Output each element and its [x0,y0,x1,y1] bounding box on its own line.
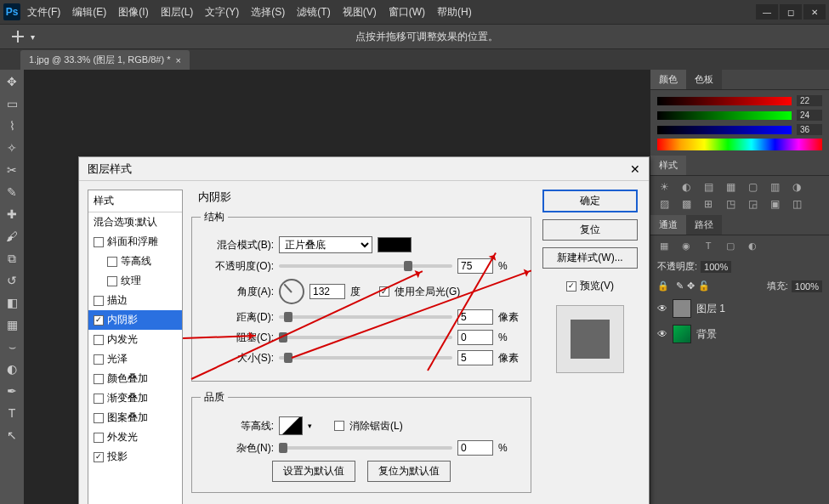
opacity-value[interactable]: 100% [701,261,731,273]
reset-default-button[interactable]: 复位为默认值 [367,461,451,482]
r-value[interactable]: 22 [797,95,822,106]
menu-image[interactable]: 图像(I) [118,5,148,20]
opacity-slider[interactable] [279,264,452,268]
eye-icon[interactable]: 👁 [657,328,667,340]
reset-button[interactable]: 复位 [542,219,638,241]
texture-item[interactable]: 纹理 [88,271,182,291]
blur-tool[interactable]: ⌣ [3,338,21,355]
eye-icon[interactable]: 👁 [657,303,667,314]
pattern-overlay-item[interactable]: 图案叠加 [88,408,182,428]
noise-slider[interactable] [279,446,452,450]
drop-shadow-item[interactable]: 投影 [88,447,182,467]
checkbox[interactable] [94,296,104,306]
checkbox[interactable] [94,413,104,423]
antialias-checkbox[interactable] [334,421,344,431]
layer-row[interactable]: 👁 背景 [650,321,829,347]
layer-filter-icon[interactable]: ◐ [744,241,761,252]
color-panel-tab[interactable]: 颜色 [650,70,686,89]
choke-input[interactable] [457,330,493,345]
adj-icon[interactable]: ▨ [656,198,673,210]
adj-icon[interactable]: ▣ [766,198,783,210]
layer-name[interactable]: 背景 [696,327,717,342]
menu-layer[interactable]: 图层(L) [161,5,194,20]
preview-checkbox[interactable] [566,281,576,292]
minimize-button[interactable]: — [756,4,778,20]
layer-row[interactable]: 👁 图层 1 [650,296,829,321]
menu-filter[interactable]: 滤镜(T) [297,5,330,20]
checkbox[interactable] [94,335,104,345]
wand-tool[interactable]: ✧ [3,139,21,156]
maximize-button[interactable]: ◻ [780,4,802,20]
adj-icon[interactable]: ◳ [722,198,739,210]
g-value[interactable]: 24 [797,110,822,121]
outer-glow-item[interactable]: 外发光 [88,428,182,447]
swatches-panel-tab[interactable]: 色板 [686,70,722,89]
gradient-overlay-item[interactable]: 渐变叠加 [88,388,182,408]
satin-item[interactable]: 光泽 [88,349,182,369]
close-icon[interactable]: ✕ [630,162,640,176]
distance-input[interactable] [457,309,493,325]
set-default-button[interactable]: 设置为默认值 [272,461,355,482]
checkbox[interactable] [94,394,104,404]
eraser-tool[interactable]: ◧ [3,294,21,311]
checkbox[interactable] [107,257,117,267]
angle-dial[interactable] [279,279,304,304]
path-select-tool[interactable]: ↖ [3,427,21,444]
color-overlay-item[interactable]: 颜色叠加 [88,369,182,388]
channels-panel-tab[interactable]: 通道 [650,215,686,235]
adj-icon[interactable]: ⊞ [700,198,717,210]
menu-type[interactable]: 文字(Y) [205,5,239,20]
adj-icon[interactable]: ▩ [678,198,695,210]
menu-file[interactable]: 文件(F) [27,5,60,20]
fill-value[interactable]: 100% [792,280,822,292]
close-tab-icon[interactable]: × [175,55,180,65]
style-list-header[interactable]: 样式 [88,190,182,212]
size-input[interactable] [457,350,493,365]
adj-icon[interactable]: ▤ [700,181,717,193]
menu-help[interactable]: 帮助(H) [437,5,472,20]
history-brush-tool[interactable]: ↺ [3,272,21,289]
inner-shadow-item[interactable]: 内阴影 [88,310,182,330]
blend-options-item[interactable]: 混合选项:默认 [88,212,182,232]
choke-slider[interactable] [279,336,452,339]
eyedropper-tool[interactable]: ✎ [3,184,21,201]
layer-name[interactable]: 图层 1 [696,302,725,316]
adj-icon[interactable]: ▦ [722,181,739,193]
stroke-item[interactable]: 描边 [88,291,182,310]
g-slider[interactable] [657,111,792,120]
marquee-tool[interactable]: ▭ [3,95,21,112]
checkbox[interactable] [94,374,104,384]
layer-filter-icon[interactable]: ▢ [722,241,739,252]
menu-select[interactable]: 选择(S) [251,5,285,20]
menu-window[interactable]: 窗口(W) [389,5,425,20]
move-tool[interactable]: ✥ [3,73,21,90]
layer-filter-icon[interactable]: T [700,241,717,252]
type-tool[interactable]: T [3,405,21,422]
styles-panel-tab[interactable]: 样式 [650,156,686,175]
distance-slider[interactable] [279,315,452,319]
bevel-item[interactable]: 斜面和浮雕 [88,232,182,252]
document-tab[interactable]: 1.jpg @ 33.3% (图层 1, RGB/8#) * × [20,50,190,70]
adj-icon[interactable]: ◲ [744,198,761,210]
paths-panel-tab[interactable]: 路径 [686,215,722,235]
checkbox[interactable] [94,452,104,462]
contour-item[interactable]: 等高线 [88,252,182,271]
adj-icon[interactable]: ▥ [766,181,783,193]
stamp-tool[interactable]: ⧉ [3,250,21,267]
checkbox[interactable] [94,354,104,365]
new-style-button[interactable]: 新建样式(W)... [542,247,638,269]
heal-tool[interactable]: ✚ [3,206,21,223]
ok-button[interactable]: 确定 [542,190,638,212]
close-window-button[interactable]: ✕ [803,4,826,20]
checkbox[interactable] [94,433,104,443]
noise-input[interactable] [457,440,493,456]
brush-tool[interactable]: 🖌 [3,228,21,245]
checkbox[interactable] [94,237,104,247]
r-slider[interactable] [657,97,792,105]
crop-tool[interactable]: ✂ [3,161,21,178]
checkbox[interactable] [94,315,104,326]
global-light-checkbox[interactable] [379,286,389,297]
opacity-input[interactable] [457,258,493,274]
adj-icon[interactable]: ☀ [656,181,673,193]
adj-icon[interactable]: ▢ [744,181,761,193]
